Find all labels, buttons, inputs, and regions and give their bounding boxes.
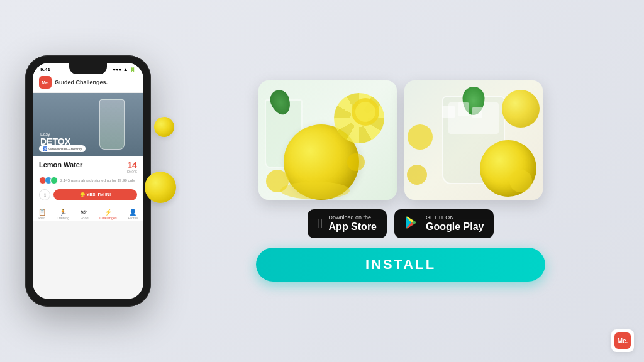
food-images-row (182, 80, 619, 200)
install-button[interactable]: INSTALL (256, 248, 545, 282)
days-label: DAYS (127, 170, 137, 173)
svg-point-7 (509, 170, 532, 192)
info-icon[interactable]: ℹ (39, 189, 50, 200)
nav-training-label: Training (57, 216, 70, 220)
food-image-1 (258, 80, 397, 200)
challenge-title-row: Lemon Water 14 DAYS (39, 161, 137, 173)
cta-row: ℹ 😋 YES, I'M IN! (39, 189, 137, 200)
floating-lemon-small (154, 117, 174, 137)
hero-text-block: Easy DETOX (40, 132, 70, 146)
user-avatars (39, 177, 58, 184)
users-row: 2,145 users already signed up for $9.99 … (39, 177, 137, 184)
phone-header: Me. Guided Challenges. (33, 74, 143, 93)
nav-food[interactable]: 🍽 Food (80, 209, 89, 220)
svg-point-3 (347, 153, 365, 171)
challenges-icon: ⚡ (104, 209, 112, 216)
challenge-name: Lemon Water (39, 161, 82, 168)
svg-point-5 (408, 124, 433, 150)
app-store-subtitle: Download on the (329, 214, 377, 221)
phone-frame: 9:41 ●●● ▲ 🔋 Me. Guided Challenges. Easy… (25, 55, 151, 307)
google-play-title: Google Play (426, 221, 484, 233)
wheelchair-icon: ♿ (43, 146, 47, 151)
lemon-svg-2 (404, 80, 543, 200)
food-image-2 (404, 80, 543, 200)
me-badge-logo: Me. (614, 332, 631, 349)
phone-notch (69, 63, 107, 74)
svg-rect-9 (458, 102, 469, 116)
wheelchair-badge: ♿ Wheelchair-Friendly (39, 145, 86, 152)
phone-header-title: Guided Challenges. (55, 79, 108, 85)
app-store-button[interactable]:  Download on the App Store (308, 209, 387, 238)
lemon-svg-1 (258, 80, 397, 200)
nav-plan[interactable]: 📋 Plan (38, 209, 46, 220)
svg-point-6 (407, 165, 427, 185)
phone-content: Lemon Water 14 DAYS 2,145 users already (33, 156, 143, 206)
app-store-text: Download on the App Store (329, 214, 377, 233)
floating-lemon-large (145, 172, 176, 203)
svg-point-4 (280, 182, 350, 199)
users-count-text: 2,145 users already signed up for $9.99 … (60, 178, 135, 182)
nav-training[interactable]: 🏃 Training (57, 209, 70, 220)
nav-challenges-label: Challenges (99, 216, 117, 220)
main-container: 9:41 ●●● ▲ 🔋 Me. Guided Challenges. Easy… (0, 0, 644, 362)
days-number: 14 (127, 161, 137, 170)
days-badge: 14 DAYS (127, 161, 137, 173)
google-play-subtitle: GET IT ON (426, 214, 484, 221)
profile-icon: 👤 (129, 209, 136, 216)
svg-rect-10 (472, 107, 482, 118)
phone-nav: 📋 Plan 🏃 Training 🍽 Food ⚡ Challenges (33, 206, 143, 221)
google-play-button[interactable]: GET IT ON Google Play (394, 209, 494, 238)
phone-section: 9:41 ●●● ▲ 🔋 Me. Guided Challenges. Easy… (25, 55, 164, 307)
me-app-logo: Me. (39, 76, 52, 89)
svg-point-1 (355, 102, 375, 122)
nav-plan-label: Plan (38, 216, 45, 220)
lemon-art-1 (258, 80, 397, 200)
food-icon: 🍽 (81, 209, 87, 216)
lemon-art-2 (404, 80, 543, 200)
svg-rect-8 (442, 106, 455, 118)
nav-profile-label: Profile (128, 216, 138, 220)
google-play-text: GET IT ON Google Play (426, 214, 484, 233)
app-store-title: App Store (329, 221, 377, 233)
google-play-icon (404, 215, 419, 233)
phone-screen: 9:41 ●●● ▲ 🔋 Me. Guided Challenges. Easy… (33, 63, 143, 299)
nav-profile[interactable]: 👤 Profile (128, 209, 138, 220)
right-section:  Download on the App Store GET IT O (182, 80, 619, 281)
plan-icon: 📋 (38, 209, 46, 216)
me-brand-badge: Me. (611, 329, 634, 352)
training-icon: 🏃 (59, 209, 67, 216)
hero-easy-label: Easy (40, 132, 70, 136)
wheelchair-label: Wheelchair-Friendly (48, 147, 82, 151)
hero-drink-glass (99, 99, 125, 150)
join-button[interactable]: 😋 YES, I'M IN! (53, 189, 137, 200)
phone-hero-image: Easy DETOX ♿ Wheelchair-Friendly (33, 93, 143, 156)
status-time: 9:41 (40, 67, 50, 72)
nav-food-label: Food (80, 216, 89, 220)
user-avatar-3 (50, 177, 58, 184)
nav-challenges[interactable]: ⚡ Challenges (99, 209, 117, 220)
apple-icon:  (318, 217, 323, 231)
status-icons: ●●● ▲ 🔋 (113, 67, 136, 72)
store-buttons-row:  Download on the App Store GET IT O (308, 209, 494, 238)
